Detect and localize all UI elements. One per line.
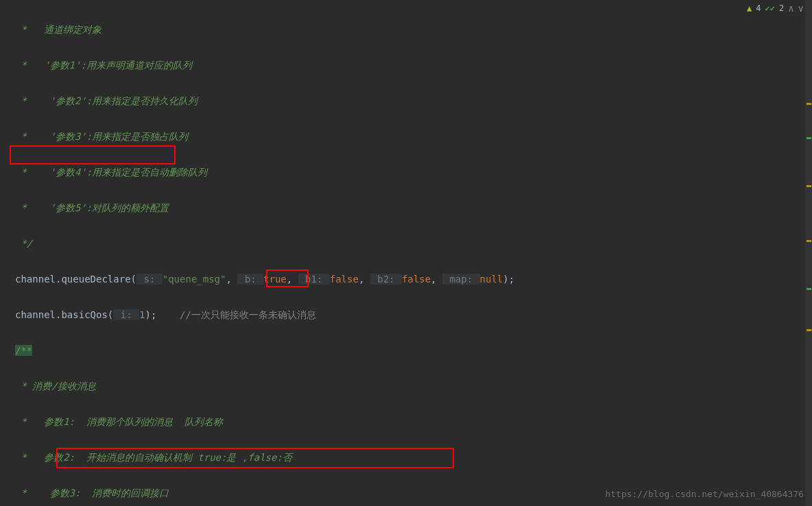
code-line: * '参数2':用来指定是否持久化队列 [15, 92, 812, 110]
code-line: * '参数1':用来声明通道对应的队列 [15, 56, 812, 74]
code-line: * 通道绑定对象 [15, 21, 812, 38]
warning-icon[interactable]: ▲ [747, 3, 752, 13]
watermark: https://blog.csdn.net/weixin_40864376 [605, 489, 804, 499]
code-line: channel.queueDeclare( s: "quene_msg", b:… [15, 270, 812, 288]
code-line: /** [15, 341, 812, 359]
code-line: channel.basicQos( i: 1); //一次只能接收一条未确认消息 [15, 306, 812, 324]
code-line: */ [15, 234, 812, 252]
code-line: * 参数2: 开始消息的自动确认机制 true:是 ,false:否 [15, 448, 812, 466]
check-icon[interactable]: ✔✔ [765, 3, 774, 13]
warning-count: 4 [756, 3, 761, 13]
code-line: * '参数3':用来指定是否独占队列 [15, 128, 812, 145]
code-line: * 参数1: 消费那个队列的消息 队列名称 [15, 413, 812, 431]
chevron-up-icon[interactable]: ∧ [788, 3, 793, 14]
code-line: * '参数4':用来指定是否自动删除队列 [15, 163, 812, 181]
right-gutter[interactable] [805, 0, 812, 506]
check-count: 2 [779, 3, 784, 13]
status-bar: ▲ 4 ✔✔ 2 ∧ ∨ [747, 3, 804, 14]
code-line: * '参数5':对队列的额外配置 [15, 199, 812, 217]
code-line: * 消费/接收消息 [15, 377, 812, 395]
code-editor[interactable]: * 通道绑定对象 * '参数1':用来声明通道对应的队列 * '参数2':用来指… [0, 0, 812, 506]
chevron-down-icon[interactable]: ∨ [798, 3, 804, 14]
